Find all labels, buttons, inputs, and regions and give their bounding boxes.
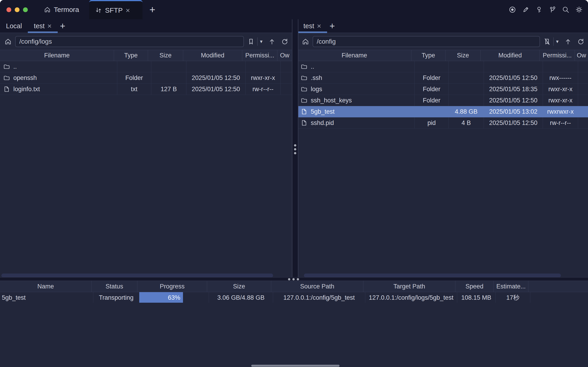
file-type (415, 106, 449, 117)
table-row[interactable]: openssh Folder 2025/01/05 12:50 rwxr-xr-… (0, 72, 292, 83)
app-home-tab[interactable]: Termora (44, 6, 79, 14)
file-permission: rwxrwxr-x (543, 106, 578, 117)
bookmark-off-icon[interactable] (543, 38, 551, 45)
left-add-tab-button[interactable]: + (60, 21, 65, 31)
file-modified: 2025/01/05 12:50 (187, 83, 246, 95)
bookmark-icon[interactable] (247, 38, 255, 45)
tab-sftp[interactable]: SFTP × (89, 0, 143, 19)
column-header-type[interactable]: Type (411, 50, 445, 61)
transfer-speed: 108.15 MB (457, 292, 496, 303)
column-header-target-path[interactable]: Target Path (363, 281, 455, 292)
filename: loginfo.txt (13, 86, 40, 93)
transfer-row[interactable]: 5gb_test Transporting 63% 3.06 GB/4.88 G… (0, 292, 588, 303)
branch-icon[interactable] (548, 6, 556, 14)
refresh-icon[interactable] (577, 38, 584, 45)
home-icon[interactable] (4, 38, 12, 45)
column-header-filler (528, 281, 588, 292)
column-header-filename[interactable]: Filename (0, 50, 114, 61)
file-permission: rwxr-xr-x (543, 95, 578, 106)
file-size: 127 B (151, 83, 187, 95)
right-tab-test-label: test (303, 22, 314, 30)
file-modified (187, 61, 246, 72)
left-horizontal-scrollbar[interactable] (1, 274, 273, 277)
edit-icon[interactable] (522, 6, 530, 14)
transfer-size: 3.06 GB/4.88 GB (209, 292, 273, 303)
table-row-selected[interactable]: 5gb_test 4.88 GB 2025/01/05 13:02 rwxrwx… (298, 106, 588, 117)
table-row[interactable]: ssh_host_keys Folder 2025/01/05 12:50 rw… (298, 95, 588, 106)
column-header-estimate[interactable]: Estimate... (494, 281, 528, 292)
bookmark-dropdown-caret-icon[interactable]: ▾ (556, 39, 559, 45)
table-row[interactable]: sshd.pid pid 4 B 2025/01/05 12:50 rw-r--… (298, 117, 588, 129)
column-header-status[interactable]: Status (92, 281, 137, 292)
key-icon[interactable] (535, 6, 543, 14)
table-row[interactable]: logs Folder 2025/01/05 18:35 rwxr-xr-x (298, 83, 588, 95)
close-tab-icon[interactable]: × (126, 7, 130, 14)
bookmark-dropdown-caret-icon[interactable]: ▾ (260, 39, 263, 45)
column-header-modified[interactable]: Modified (481, 50, 540, 61)
table-row[interactable]: .ssh Folder 2025/01/05 12:50 rwx------ (298, 72, 588, 83)
right-tab-test[interactable]: test × (298, 19, 327, 33)
right-table-header: Filename Type Size Modified Permissi... … (298, 50, 588, 61)
column-header-permission[interactable]: Permissi... (540, 50, 575, 61)
left-tab-test-label: test (34, 22, 45, 30)
column-header-modified[interactable]: Modified (183, 50, 242, 61)
refresh-icon[interactable] (281, 38, 288, 45)
new-tab-button[interactable]: + (149, 5, 155, 15)
column-header-owner[interactable]: Ow (575, 50, 588, 61)
column-header-type[interactable]: Type (114, 50, 148, 61)
titlebar-actions (509, 6, 583, 14)
column-header-filename[interactable]: Filename (298, 50, 411, 61)
column-header-source-path[interactable]: Source Path (271, 281, 363, 292)
left-tab-test[interactable]: test × (28, 19, 58, 33)
folder-icon (3, 75, 10, 81)
file-owner (281, 61, 292, 72)
column-header-name[interactable]: Name (0, 281, 92, 292)
column-header-size[interactable]: Size (207, 281, 271, 292)
minimize-window-button[interactable] (15, 7, 19, 12)
column-header-progress[interactable]: Progress (137, 281, 207, 292)
file-size (151, 61, 187, 72)
transfer-source-path: 127.0.0.1:/config/5gb_test (273, 292, 365, 303)
transfer-panel-splitter[interactable] (0, 277, 588, 281)
parent-directory-icon[interactable] (564, 38, 572, 45)
right-file-table: Filename Type Size Modified Permissi... … (298, 50, 588, 129)
right-horizontal-scrollbar[interactable] (304, 274, 561, 277)
sftp-tab-label: SFTP (105, 6, 123, 14)
column-header-permission[interactable]: Permissi... (242, 50, 277, 61)
right-add-tab-button[interactable]: + (329, 21, 335, 31)
bottom-overlay-scrollbar[interactable] (251, 365, 340, 367)
column-header-speed[interactable]: Speed (455, 281, 494, 292)
close-tab-icon[interactable]: × (317, 22, 321, 30)
close-tab-icon[interactable]: × (47, 22, 52, 30)
file-type: Folder (415, 83, 449, 95)
pane-splitter[interactable] (292, 19, 298, 277)
left-tab-local-label: Local (6, 22, 22, 30)
splitter-grip-icon[interactable] (294, 144, 296, 154)
column-header-owner[interactable]: Ow (277, 50, 292, 61)
home-icon[interactable] (302, 38, 309, 45)
right-path-input[interactable] (313, 36, 540, 47)
table-row[interactable]: .. (298, 61, 588, 72)
app-tab-label: Termora (54, 6, 79, 14)
table-row[interactable]: .. (0, 61, 292, 72)
splitter-grip-icon[interactable] (288, 278, 299, 280)
zoom-window-button[interactable] (23, 7, 28, 12)
settings-gear-icon[interactable] (575, 6, 583, 14)
left-path-input[interactable] (15, 36, 244, 47)
file-modified: 2025/01/05 12:50 (484, 117, 543, 128)
file-permission: rwxr-xr-x (543, 83, 578, 95)
column-header-size[interactable]: Size (445, 50, 481, 61)
search-icon[interactable] (562, 6, 570, 14)
close-window-button[interactable] (7, 7, 11, 12)
file-permission (543, 61, 578, 72)
transfer-panel-empty-area (0, 303, 588, 367)
toolbar-separator (257, 37, 258, 46)
record-icon[interactable] (509, 6, 516, 14)
table-row[interactable]: loginfo.txt txt 127 B 2025/01/05 12:50 r… (0, 83, 292, 95)
file-owner (578, 117, 588, 128)
parent-directory-icon[interactable] (268, 38, 276, 45)
filename: .ssh (311, 75, 322, 82)
left-tab-local[interactable]: Local (0, 19, 28, 33)
column-header-size[interactable]: Size (148, 50, 183, 61)
file-size (449, 61, 484, 72)
